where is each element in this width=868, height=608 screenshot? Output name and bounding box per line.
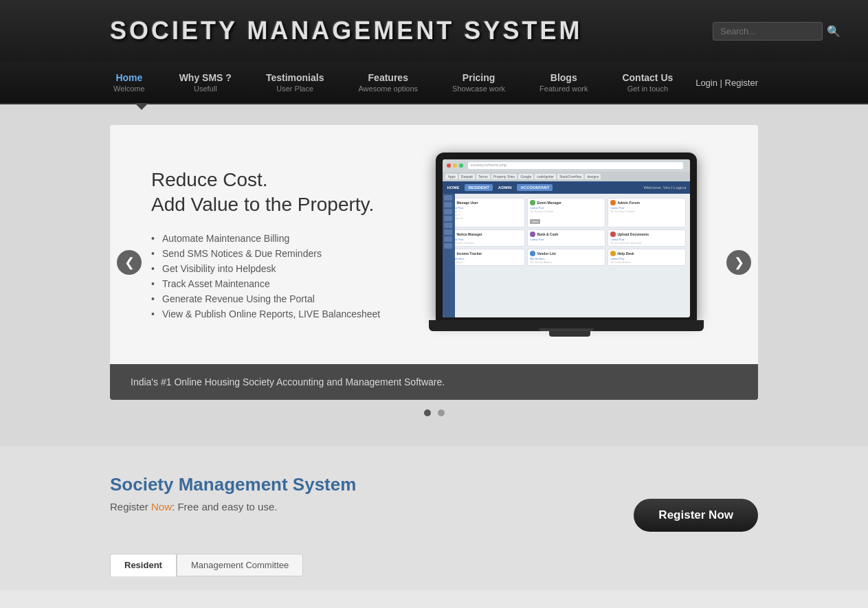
screen-welcome-text: Welcome, Viru | Logout bbox=[643, 185, 686, 190]
screen-sidebar bbox=[443, 194, 455, 317]
dash-card-header-5: Bank & Cash bbox=[530, 232, 603, 237]
dash-card-body-2: No Events Created bbox=[530, 210, 603, 213]
bullet-4: Track Asset Maintenance bbox=[151, 276, 396, 291]
slider-footer-text: India's #1 Online Housing Society Accoun… bbox=[131, 376, 445, 387]
bottom-sub-text2: : Free and easy to use. bbox=[172, 501, 277, 513]
sidebar-icon-1 bbox=[444, 195, 452, 201]
screen-url-bar: society.in/home.php bbox=[468, 162, 683, 169]
dash-card-body-9: No Ticket Added. bbox=[610, 260, 683, 264]
dash-card-lp-5: Latest Post bbox=[530, 238, 603, 241]
dash-card-event: Event Manager Latest Post No Events Crea… bbox=[527, 198, 605, 227]
screen-tabs-bar: Apps Deepak Terms Property Sites Google … bbox=[443, 172, 690, 181]
search-input[interactable] bbox=[713, 22, 823, 41]
dash-card-manage-user: Manage User Latest Post Admin 1Admin 2Re… bbox=[447, 198, 525, 227]
tab-resident[interactable]: Resident bbox=[110, 554, 177, 576]
dash-card-body-6: No Documents Uploaded. bbox=[610, 241, 683, 245]
nav-active-arrow bbox=[135, 103, 148, 110]
nav-item-testimonials[interactable]: Testimonials User Place bbox=[263, 67, 328, 98]
screen-nav-bar: HOME RESIDENT ADMIN ACCOUNTANT Welcome, … bbox=[443, 181, 690, 194]
dash-card-vendor: Vendor List My Vendors No Vendor Added. bbox=[527, 249, 605, 266]
screen-dot-red bbox=[447, 164, 451, 168]
screen-browser-bar: society.in/home.php bbox=[443, 159, 690, 172]
sidebar-icon-6 bbox=[444, 229, 452, 235]
login-link[interactable]: Login bbox=[695, 78, 717, 88]
screen-nav-resident: RESIDENT bbox=[465, 184, 492, 191]
bottom-sub-highlight: Now bbox=[151, 501, 172, 513]
dash-card-header-8: Vendor List bbox=[530, 251, 603, 256]
slider-prev-button[interactable]: ❮ bbox=[117, 250, 142, 275]
bottom-headline: Society Management System bbox=[110, 474, 758, 495]
laptop-screen: society.in/home.php Apps Deepak Terms Pr… bbox=[443, 159, 690, 317]
nav-item-home[interactable]: Home Welcome bbox=[110, 67, 148, 98]
dash-card-body-1: Admin 1Admin 2Resident B bbox=[449, 210, 522, 220]
dash-card-header-3: Admin Forum bbox=[610, 200, 683, 205]
dash-card-header-9: Help Desk bbox=[610, 251, 683, 256]
nav-sub-pricing: Showcase work bbox=[452, 85, 505, 93]
main-content: ❮ ❯ Reduce Cost. Add Value to the Proper… bbox=[0, 104, 868, 447]
dashboard-grid: Manage User Latest Post Admin 1Admin 2Re… bbox=[445, 196, 688, 268]
sidebar-icon-2 bbox=[444, 202, 452, 207]
dash-card-bank: Bank & Cash Latest Post bbox=[527, 229, 605, 247]
tab-management-committee[interactable]: Management Committee bbox=[177, 554, 303, 576]
bottom-section: Society Management System Register Now: … bbox=[0, 447, 868, 590]
dash-card-income: Income Tracker My Vendors February 0 bbox=[447, 249, 525, 266]
bullet-6: View & Publish Online Reports, LIVE Bala… bbox=[151, 306, 396, 322]
nav-item-pricing[interactable]: Pricing Showcase work bbox=[449, 67, 509, 98]
dash-card-header-1: Manage User bbox=[449, 200, 522, 205]
screen-tab-property: Property Sites bbox=[491, 174, 517, 179]
headline-line1: Reduce Cost. bbox=[151, 169, 268, 190]
nav-item-blogs[interactable]: Blogs Featured work bbox=[536, 67, 591, 98]
laptop-base bbox=[429, 320, 704, 331]
nav-item-features[interactable]: Features Awesome options bbox=[355, 67, 421, 98]
navbar: Home Welcome Why SMS ? Usefull Testimoni… bbox=[0, 62, 868, 104]
nav-item-whysms[interactable]: Why SMS ? Usefull bbox=[176, 67, 235, 98]
dash-icon-docs bbox=[610, 232, 616, 237]
dash-card-notice: Notice Manager Latest Post No Notices Cr… bbox=[447, 229, 525, 247]
dash-card-docs: Upload Documents Latest Post No Document… bbox=[608, 229, 686, 247]
dash-icon-helpdesk bbox=[610, 251, 616, 256]
nav-label-home: Home bbox=[115, 72, 142, 83]
screen-tab-deepak: Deepak bbox=[459, 174, 475, 179]
screen-dot-yellow bbox=[453, 164, 457, 168]
nav-item-contact[interactable]: Contact Us Get in touch bbox=[619, 67, 676, 98]
register-now-button[interactable]: Register Now bbox=[634, 499, 758, 532]
dash-card-header-4: Notice Manager bbox=[449, 232, 522, 237]
dash-card-name-4: Notice Manager bbox=[456, 232, 482, 236]
dash-icon-forum bbox=[610, 200, 616, 205]
slider-list: Automate Maintenance Billing Send SMS No… bbox=[151, 231, 396, 322]
slider-next-button[interactable]: ❯ bbox=[726, 250, 751, 275]
dash-card-name-9: Help Desk bbox=[617, 251, 634, 256]
nav-label-whysms: Why SMS ? bbox=[179, 72, 232, 83]
slider-container: ❮ ❯ Reduce Cost. Add Value to the Proper… bbox=[110, 125, 758, 400]
slider-text: Reduce Cost. Add Value to the Property. … bbox=[151, 168, 423, 322]
slider-dot-2[interactable] bbox=[438, 409, 445, 416]
bullet-5: Generate Revenue Using the Portal bbox=[151, 291, 396, 306]
site-header: Society Management System 🔍 bbox=[0, 0, 868, 62]
screen-nav-admin: ADMIN bbox=[498, 185, 512, 190]
nav-label-contact: Contact Us bbox=[622, 72, 673, 83]
nav-sub-features: Awesome options bbox=[358, 85, 418, 93]
screen-tab-apps: Apps bbox=[445, 174, 457, 179]
dash-card-forum: Admin Forum Latest Post No Forums Create… bbox=[608, 198, 686, 227]
dash-card-name-3: Admin Forum bbox=[617, 201, 640, 205]
dash-card-name-6: Upload Documents bbox=[617, 232, 649, 236]
slider-dot-1[interactable] bbox=[424, 409, 431, 416]
screen-content: society.in/home.php Apps Deepak Terms Pr… bbox=[443, 159, 690, 317]
nav-sub-whysms: Usefull bbox=[194, 85, 217, 93]
nav-label-features: Features bbox=[368, 72, 408, 83]
dash-card-name-8: Vendor List bbox=[537, 251, 555, 256]
dash-card-body-8: No Vendor Added. bbox=[530, 260, 603, 264]
dash-card-helpdesk: Help Desk Latest Post No Ticket Added. bbox=[608, 249, 686, 266]
bullet-1: Automate Maintenance Billing bbox=[151, 231, 396, 246]
laptop-stand bbox=[549, 331, 590, 337]
dash-card-body-3: No Forums Created. bbox=[610, 210, 683, 213]
nav-label-blogs: Blogs bbox=[550, 72, 577, 83]
register-link[interactable]: Register bbox=[725, 78, 758, 88]
nav-auth: Login | Register bbox=[695, 78, 758, 88]
dash-card-name-5: Bank & Cash bbox=[537, 232, 558, 236]
nav-sub-home: Welcome bbox=[113, 85, 145, 93]
dash-icon-event bbox=[530, 200, 535, 205]
search-icon[interactable]: 🔍 bbox=[827, 25, 841, 38]
dash-card-body-7: February 0 bbox=[449, 260, 522, 264]
screen-tab-so: StackOverflow bbox=[557, 174, 583, 179]
